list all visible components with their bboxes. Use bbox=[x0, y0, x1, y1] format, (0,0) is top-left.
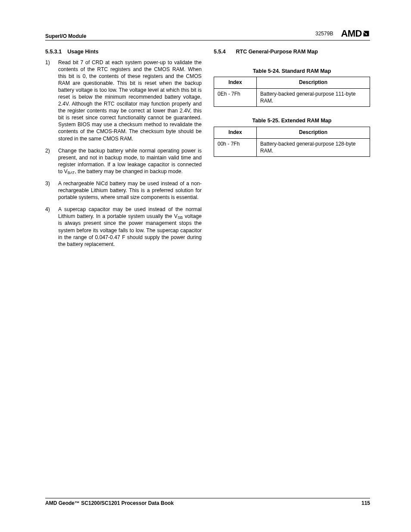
ram-map-table: IndexDescription0Eh - 7FhBattery-backed … bbox=[214, 77, 370, 107]
list-item: 1)Read bit 7 of CRD at each system power… bbox=[45, 59, 202, 142]
section-heading-usage-hints: 5.5.3.1 Usage Hints bbox=[45, 48, 202, 56]
section-title-text: Usage Hints bbox=[67, 49, 98, 55]
page-header: SuperI/O Module 32579B AMD bbox=[45, 28, 370, 40]
doc-code: 32579B bbox=[315, 31, 333, 37]
table-cell: 0Eh - 7Fh bbox=[214, 88, 257, 107]
amd-arrow-icon bbox=[362, 30, 370, 37]
amd-logo-text: AMD bbox=[341, 28, 362, 39]
list-item: 4)A supercap capacitor may be used inste… bbox=[45, 206, 202, 248]
list-item: 3)A rechargeable NiCd battery may be use… bbox=[45, 180, 202, 201]
table-cell: Battery-backed general-purpose 111-byte … bbox=[257, 88, 370, 107]
amd-logo: AMD bbox=[341, 28, 370, 39]
list-marker: 4) bbox=[45, 206, 53, 248]
list-marker: 3) bbox=[45, 180, 53, 201]
table-header-cell: Index bbox=[214, 127, 257, 138]
footer-book-title: AMD Geode™ SC1200/SC1201 Processor Data … bbox=[45, 500, 174, 506]
table-header-cell: Description bbox=[257, 127, 370, 138]
usage-hints-list: 1)Read bit 7 of CRD at each system power… bbox=[45, 59, 202, 248]
list-item-body: A rechargeable NiCd battery may be used … bbox=[58, 180, 202, 201]
section-heading-ram-map: 5.5.4 RTC General-Purpose RAM Map bbox=[214, 48, 370, 56]
table-header-cell: Index bbox=[214, 77, 257, 89]
left-column: 5.5.3.1 Usage Hints 1)Read bit 7 of CRD … bbox=[45, 48, 202, 253]
list-marker: 2) bbox=[45, 147, 53, 175]
list-item-body: A supercap capacitor may be used instead… bbox=[58, 206, 202, 248]
module-name: SuperI/O Module bbox=[45, 33, 86, 39]
list-marker: 1) bbox=[45, 59, 53, 142]
table-cell: Battery-backed general-purpose 128-byte … bbox=[257, 138, 370, 157]
list-item-body: Change the backup battery while normal o… bbox=[58, 147, 202, 175]
list-item-body: Read bit 7 of CRD at each system power-u… bbox=[58, 59, 202, 142]
table-row: 00h - 7FhBattery-backed general-purpose … bbox=[214, 138, 370, 157]
ram-map-table: IndexDescription00h - 7FhBattery-backed … bbox=[214, 127, 370, 157]
section-number: 5.5.4 bbox=[214, 48, 234, 56]
table-header-cell: Description bbox=[257, 77, 370, 89]
section-number: 5.5.3.1 bbox=[45, 48, 66, 56]
page-footer: AMD Geode™ SC1200/SC1201 Processor Data … bbox=[45, 498, 370, 506]
right-column: 5.5.4 RTC General-Purpose RAM Map Table … bbox=[214, 48, 370, 253]
section-title-text: RTC General-Purpose RAM Map bbox=[236, 49, 318, 55]
table-caption: Table 5-25. Extended RAM Map bbox=[214, 117, 370, 124]
table-row: 0Eh - 7FhBattery-backed general-purpose … bbox=[214, 88, 370, 107]
footer-page-number: 115 bbox=[361, 500, 370, 506]
table-cell: 00h - 7Fh bbox=[214, 138, 257, 157]
content-columns: 5.5.3.1 Usage Hints 1)Read bit 7 of CRD … bbox=[45, 48, 370, 253]
table-caption: Table 5-24. Standard RAM Map bbox=[214, 68, 370, 75]
list-item: 2)Change the backup battery while normal… bbox=[45, 147, 202, 175]
tables-container: Table 5-24. Standard RAM MapIndexDescrip… bbox=[214, 68, 370, 157]
